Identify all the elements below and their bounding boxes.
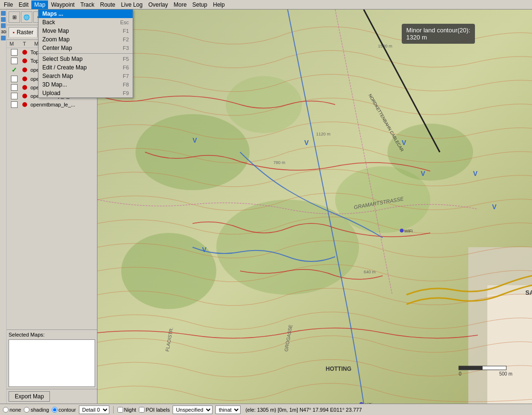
profile-select[interactable]: thinat: [215, 405, 241, 414]
list-item[interactable]: openmtbmap_le_...: [7, 100, 97, 109]
svg-text:V: V: [492, 203, 497, 211]
toolbar-btn-globe[interactable]: 🌐: [21, 11, 32, 23]
item-checkbox-3[interactable]: [10, 76, 19, 82]
menu-help[interactable]: Help: [210, 0, 228, 9]
selected-maps-box: [9, 339, 95, 387]
3dmap-label: 3D Map...: [42, 81, 67, 88]
radio-contour[interactable]: contour: [52, 407, 76, 413]
svg-text:0: 0: [459, 371, 462, 376]
toolbar-btn-grid[interactable]: ⊞: [9, 11, 20, 23]
item-checkbox-0[interactable]: [10, 49, 19, 56]
item-checkbox-4[interactable]: [10, 84, 19, 91]
item-dot-6: [21, 102, 29, 107]
dropdown-item-editcreatemap[interactable]: Edit / Create Map F6: [39, 63, 133, 72]
poi-labels-label: POI labels: [145, 407, 170, 413]
svg-rect-10: [487, 295, 532, 404]
menu-more[interactable]: More: [171, 0, 189, 9]
selectsubmap-shortcut: F5: [123, 56, 129, 62]
svg-point-6: [226, 76, 302, 133]
dropdown-item-selectsubmap[interactable]: Select Sub Map F5: [39, 55, 133, 63]
export-map-button[interactable]: Export Map: [9, 391, 50, 402]
menu-setup[interactable]: Setup: [190, 0, 210, 9]
movemap-shortcut: F1: [123, 28, 129, 34]
menu-livelog[interactable]: Live Log: [118, 0, 145, 9]
dropdown-item-upload[interactable]: Upload F9: [39, 89, 133, 97]
svg-text:500 m: 500 m: [499, 371, 513, 376]
menu-track[interactable]: Track: [77, 0, 97, 9]
zoommap-label: Zoom Map: [42, 36, 69, 43]
svg-text:V: V: [402, 139, 406, 146]
radio-none-input[interactable]: [3, 407, 9, 413]
movemap-label: Move Map: [42, 28, 69, 34]
dropdown-item-searchmap[interactable]: Search Map F7: [39, 72, 133, 80]
item-dot-4: [21, 85, 29, 90]
item-checkbox-5[interactable]: [10, 93, 19, 99]
maps-dropdown-header: Maps ...: [39, 10, 133, 18]
svg-text:V: V: [202, 246, 207, 253]
editcreatemap-shortcut: F6: [123, 65, 129, 70]
side-icon-3d[interactable]: 3D: [1, 29, 6, 34]
zoommap-shortcut: F2: [123, 37, 129, 42]
svg-text:780 m: 780 m: [273, 160, 285, 165]
checkbox-icon-3: [11, 76, 18, 82]
dropdown-item-3dmap[interactable]: 3D Map... F8: [39, 80, 133, 89]
editcreatemap-label: Edit / Create Map: [42, 64, 87, 71]
checkbox-icon-5: [11, 93, 18, 99]
svg-text:1500 m: 1500 m: [378, 44, 392, 48]
side-icon-3[interactable]: [1, 23, 6, 28]
radio-none[interactable]: none: [3, 407, 21, 413]
radio-shading[interactable]: shading: [24, 407, 49, 413]
dropdown-item-zoommap[interactable]: Zoom Map F2: [39, 35, 133, 44]
poi-labels-checkbox[interactable]: POI labels: [139, 407, 170, 413]
side-icon-4[interactable]: [1, 36, 6, 40]
export-section: Export Map: [7, 389, 97, 404]
checkbox-icon-0: [11, 49, 18, 56]
svg-point-20: [400, 229, 404, 232]
night-checkbox[interactable]: Night: [117, 407, 136, 413]
side-icon-1[interactable]: [1, 11, 6, 16]
checkbox-icon-4: [11, 84, 18, 91]
dropdown-item-centermap[interactable]: Center Map F3: [39, 44, 133, 52]
check-icon-2: ✓: [11, 66, 17, 74]
svg-text:640 m: 640 m: [364, 270, 376, 274]
red-dot-2: [22, 68, 27, 72]
header-t: T: [23, 41, 30, 47]
item-check-2[interactable]: ✓: [10, 66, 19, 74]
dropdown-item-movemap[interactable]: Move Map F1: [39, 27, 133, 35]
item-checkbox-6[interactable]: [10, 101, 19, 108]
night-label: Night: [124, 407, 136, 413]
item-name-6: openmtbmap_le_...: [30, 102, 94, 107]
checkbox-icon-6: [11, 101, 18, 108]
centermap-shortcut: F3: [123, 45, 129, 51]
menu-overlay[interactable]: Overlay: [145, 0, 171, 9]
tab-raster-label: Raster: [17, 29, 33, 36]
red-dot-4: [22, 85, 27, 90]
menu-edit[interactable]: Edit: [16, 0, 31, 9]
menu-map[interactable]: Map: [31, 0, 48, 9]
menu-file[interactable]: File: [1, 0, 16, 9]
dropdown-item-back[interactable]: Back Esc: [39, 18, 133, 27]
status-coords: (ele: 1305 m) [0m, 1m] N47° 17.994 E011°…: [245, 407, 362, 413]
menu-route[interactable]: Route: [97, 0, 118, 9]
radio-shading-label: shading: [30, 407, 49, 413]
detail-select[interactable]: Detail 0 Detail 1 Detail 2: [79, 405, 109, 414]
map-area[interactable]: 0 500 m GRAMARTSTRASSE HOTTING SAGGEN FL…: [97, 10, 532, 404]
svg-point-5: [121, 233, 216, 309]
upload-shortcut: F9: [123, 90, 129, 96]
item-checkbox-1[interactable]: [10, 58, 19, 64]
tab-raster[interactable]: ▪ Raster: [9, 27, 38, 38]
side-icon-2[interactable]: [1, 17, 6, 22]
poi-labels-input[interactable]: [139, 407, 145, 413]
night-checkbox-input[interactable]: [117, 407, 123, 413]
menubar: File Edit Map Waypoint Track Route Live …: [0, 0, 532, 10]
svg-text:SAGGEN: SAGGEN: [525, 289, 532, 296]
menu-waypoint[interactable]: Waypoint: [48, 0, 77, 9]
red-dot-5: [22, 94, 27, 98]
unspecified-select[interactable]: Unspecified: [173, 405, 213, 414]
radio-none-label: none: [10, 407, 21, 413]
upload-label: Upload: [42, 90, 60, 97]
radio-contour-input[interactable]: [52, 407, 58, 413]
back-shortcut: Esc: [120, 19, 129, 25]
radio-contour-label: contour: [58, 407, 76, 413]
radio-shading-input[interactable]: [24, 407, 29, 413]
